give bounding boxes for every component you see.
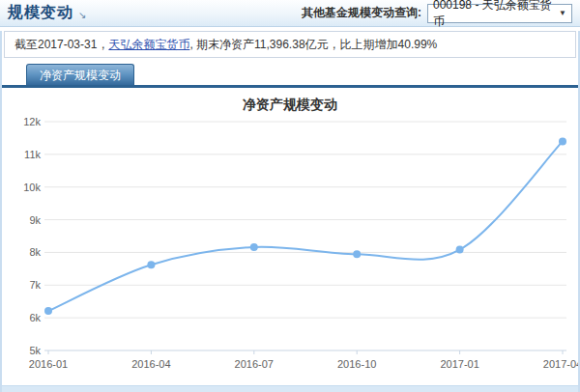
notice-suffix: , 期末净资产11,396.38亿元，比上期增加40.99%: [189, 38, 437, 51]
net-asset-line-chart[interactable]: 5k6k7k8k9k10k11k12k2016-012016-042016-07…: [2, 88, 578, 385]
header: 规模变动 ↘ 其他基金规模变动查询: 000198 - 天弘余额宝货币 ▼: [0, 0, 580, 27]
y-axis-label: 9k: [29, 214, 41, 226]
y-axis-label: 6k: [29, 312, 41, 323]
x-axis-label: 2016-04: [131, 358, 170, 370]
panel-bottom-border: [2, 385, 578, 392]
data-point-marker[interactable]: [44, 307, 52, 315]
data-point-marker[interactable]: [559, 137, 566, 145]
y-axis-label: 10k: [23, 182, 41, 193]
y-axis-label: 7k: [29, 279, 41, 291]
anchor-down-arrow-icon: ↘: [78, 10, 86, 20]
data-point-marker[interactable]: [456, 246, 464, 254]
x-axis-label: 2017-04: [543, 358, 578, 370]
y-axis-label: 5k: [29, 345, 41, 356]
tab-bar: 净资产规模变动: [2, 64, 578, 88]
tab-net-asset-scale-change[interactable]: 净资产规模变动: [26, 64, 134, 85]
title-wrap: 规模变动 ↘: [8, 3, 86, 23]
x-axis-label: 2016-07: [235, 358, 274, 370]
x-axis-label: 2016-10: [337, 358, 376, 370]
y-axis-label: 8k: [29, 246, 41, 258]
data-point-marker[interactable]: [250, 243, 258, 251]
chart-area: 5k6k7k8k9k10k11k12k2016-012016-042016-07…: [2, 88, 578, 385]
y-axis-label: 12k: [23, 116, 41, 127]
notice-prefix: 截至2017-03-31，: [14, 38, 108, 51]
data-point-marker[interactable]: [147, 261, 155, 268]
data-point-marker[interactable]: [353, 250, 361, 258]
page-title: 规模变动: [8, 3, 73, 23]
y-axis-label: 11k: [24, 149, 41, 160]
content-panel: 截至2017-03-31，天弘余额宝货币, 期末净资产11,396.38亿元，比…: [0, 31, 580, 392]
notice-bar: 截至2017-03-31，天弘余额宝货币, 期末净资产11,396.38亿元，比…: [4, 31, 576, 58]
fund-query-label: 其他基金规模变动查询:: [302, 5, 421, 21]
fund-select-value: 000198 - 天弘余额宝货币: [433, 0, 559, 30]
chart-title: 净资产规模变动: [243, 97, 337, 112]
x-axis-label: 2016-01: [29, 358, 68, 370]
dropdown-arrow-icon: ▼: [559, 9, 566, 17]
fund-link[interactable]: 天弘余额宝货币: [108, 38, 189, 51]
x-axis-label: 2017-01: [440, 358, 478, 370]
fund-query: 其他基金规模变动查询: 000198 - 天弘余额宝货币 ▼: [302, 4, 572, 23]
fund-select[interactable]: 000198 - 天弘余额宝货币 ▼: [427, 4, 572, 23]
